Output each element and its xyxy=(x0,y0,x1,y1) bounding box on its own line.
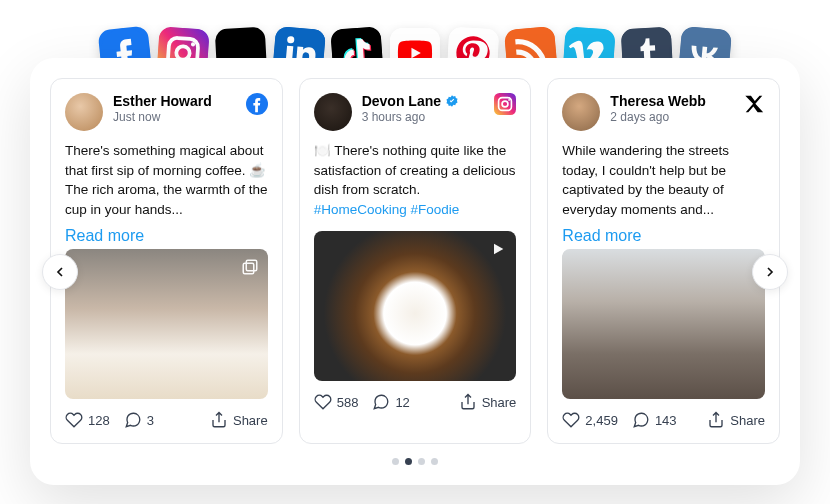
carousel-icon xyxy=(240,257,260,277)
like-count: 2,459 xyxy=(585,413,618,428)
pagination-dot[interactable] xyxy=(418,458,425,465)
like-button[interactable]: 2,459 xyxy=(562,411,618,429)
timestamp: 3 hours ago xyxy=(362,110,485,124)
avatar[interactable] xyxy=(314,93,352,131)
post-image[interactable] xyxy=(65,249,268,399)
comment-button[interactable]: 3 xyxy=(124,411,154,429)
post-body: There's something magical about that fir… xyxy=(65,141,268,219)
post-card: Theresa Webb 2 days ago While wandering … xyxy=(547,78,780,444)
svg-rect-18 xyxy=(494,93,516,115)
avatar[interactable] xyxy=(562,93,600,131)
comment-button[interactable]: 12 xyxy=(372,393,409,411)
pagination-dot[interactable] xyxy=(431,458,438,465)
post-image[interactable] xyxy=(314,231,517,381)
like-button[interactable]: 128 xyxy=(65,411,110,429)
read-more-link[interactable]: Read more xyxy=(65,227,144,244)
next-button[interactable] xyxy=(752,254,788,290)
instagram-icon[interactable] xyxy=(494,93,516,115)
author-name[interactable]: Esther Howard xyxy=(113,93,212,109)
post-body: While wandering the streets today, I cou… xyxy=(562,141,765,219)
like-count: 128 xyxy=(88,413,110,428)
pagination-dot[interactable] xyxy=(405,458,412,465)
timestamp: Just now xyxy=(113,110,236,124)
comment-count: 12 xyxy=(395,395,409,410)
avatar[interactable] xyxy=(65,93,103,131)
svg-rect-16 xyxy=(246,261,257,272)
share-button[interactable]: Share xyxy=(210,411,268,429)
read-more-link[interactable]: Read more xyxy=(562,227,641,244)
author-name[interactable]: Devon Lane xyxy=(362,93,441,109)
post-card: Devon Lane 3 hours ago 🍽️ There's nothin… xyxy=(299,78,532,444)
post-image[interactable] xyxy=(562,249,765,399)
like-button[interactable]: 588 xyxy=(314,393,359,411)
social-feed-widget: Esther Howard Just now There's something… xyxy=(30,58,800,485)
hashtags[interactable]: #HomeCooking #Foodie xyxy=(314,202,460,217)
svg-rect-17 xyxy=(243,264,254,275)
comment-count: 3 xyxy=(147,413,154,428)
verified-badge-icon xyxy=(445,94,459,108)
prev-button[interactable] xyxy=(42,254,78,290)
comment-count: 143 xyxy=(655,413,677,428)
share-button[interactable]: Share xyxy=(459,393,517,411)
facebook-icon[interactable] xyxy=(246,93,268,115)
pagination-dot[interactable] xyxy=(392,458,399,465)
svg-point-21 xyxy=(509,99,511,101)
post-card: Esther Howard Just now There's something… xyxy=(50,78,283,444)
play-icon xyxy=(488,239,508,259)
timestamp: 2 days ago xyxy=(610,110,733,124)
share-button[interactable]: Share xyxy=(707,411,765,429)
author-name[interactable]: Theresa Webb xyxy=(610,93,705,109)
post-body: 🍽️ There's nothing quite like the satisf… xyxy=(314,141,517,219)
x-icon[interactable] xyxy=(743,93,765,115)
comment-button[interactable]: 143 xyxy=(632,411,677,429)
like-count: 588 xyxy=(337,395,359,410)
